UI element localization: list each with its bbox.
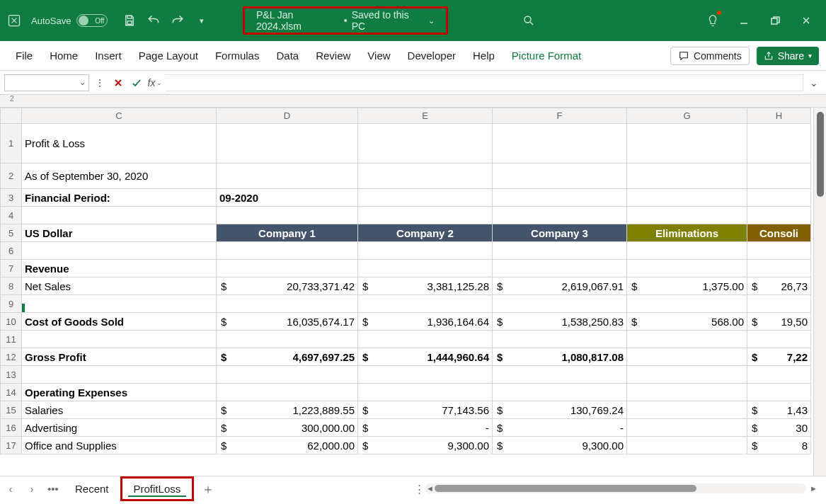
- formula-enter-icon[interactable]: [129, 75, 144, 91]
- row-header-11[interactable]: 11: [1, 331, 22, 348]
- filename-area[interactable]: P&L Jan 2024.xlsm • Saved to this PC ⌄: [243, 6, 448, 35]
- cell[interactable]: [493, 164, 627, 189]
- cell[interactable]: [627, 419, 747, 437]
- cell[interactable]: [358, 295, 493, 313]
- row-header-1[interactable]: 1: [1, 124, 22, 164]
- cell[interactable]: $1,223,889.55: [217, 401, 358, 419]
- cell[interactable]: $1,538,250.83: [493, 313, 627, 331]
- sheet-add-button[interactable]: ＋: [194, 481, 222, 498]
- cell[interactable]: [22, 366, 217, 384]
- cell[interactable]: [627, 260, 747, 277]
- cell[interactable]: [358, 242, 493, 260]
- cell-hdr-company3[interactable]: Company 3: [493, 224, 627, 242]
- spreadsheet-grid[interactable]: C D E F G H 1 Profit & Loss 2 As of Sept…: [0, 108, 813, 476]
- window-minimize-icon[interactable]: [728, 5, 759, 36]
- undo-icon[interactable]: [142, 8, 166, 33]
- formula-cancel-icon[interactable]: [110, 75, 126, 91]
- cell[interactable]: $19,50: [747, 313, 811, 331]
- cell[interactable]: $1,444,960.64: [358, 348, 493, 366]
- ribbon-tab-review[interactable]: Review: [307, 41, 359, 70]
- col-header-h[interactable]: H: [747, 108, 811, 124]
- hscroll-right-icon[interactable]: ►: [810, 484, 818, 493]
- cell-gross-profit-label[interactable]: Gross Profit: [22, 348, 217, 366]
- row-header-9[interactable]: 9: [1, 295, 22, 313]
- cell[interactable]: [493, 260, 627, 277]
- hscroll-left-icon[interactable]: ◄: [426, 484, 434, 493]
- cell[interactable]: $62,000.00: [217, 437, 358, 454]
- cell-salaries-label[interactable]: Salaries: [22, 401, 217, 419]
- cell[interactable]: [493, 331, 627, 348]
- cell-advertising-label[interactable]: Advertising: [22, 419, 217, 437]
- cell[interactable]: [217, 124, 358, 164]
- cell[interactable]: [747, 124, 811, 164]
- cell[interactable]: [217, 260, 358, 277]
- cell[interactable]: [358, 366, 493, 384]
- cell[interactable]: [747, 295, 811, 313]
- name-box[interactable]: ⌄: [4, 74, 89, 91]
- cell[interactable]: [493, 242, 627, 260]
- row-header-13[interactable]: 13: [1, 366, 22, 384]
- cell[interactable]: [358, 207, 493, 224]
- row-header-15[interactable]: 15: [1, 401, 22, 419]
- cell[interactable]: $-: [358, 419, 493, 437]
- cell-fin-period-value[interactable]: 09-2020: [217, 189, 358, 207]
- ribbon-tab-data[interactable]: Data: [268, 41, 307, 70]
- ribbon-tab-insert[interactable]: Insert: [86, 41, 130, 70]
- sheet-nav-prev-icon[interactable]: ‹: [0, 483, 21, 495]
- autosave-control[interactable]: AutoSave Off: [31, 14, 108, 27]
- cell-currency-label[interactable]: US Dollar: [22, 224, 217, 242]
- ribbon-tab-view[interactable]: View: [359, 41, 398, 70]
- sheet-tab-profitloss[interactable]: ProfitLoss: [120, 476, 195, 501]
- cell[interactable]: [358, 189, 493, 207]
- row-header-4[interactable]: 4: [1, 207, 22, 224]
- cell[interactable]: [747, 384, 811, 401]
- ribbon-tab-file[interactable]: File: [7, 41, 41, 70]
- cell[interactable]: [627, 384, 747, 401]
- cell[interactable]: [217, 242, 358, 260]
- row-header-12[interactable]: 12: [1, 348, 22, 366]
- cell[interactable]: $20,733,371.42: [217, 277, 358, 295]
- vertical-scrollbar[interactable]: [813, 108, 826, 476]
- cell[interactable]: [627, 295, 747, 313]
- formula-input[interactable]: [166, 74, 803, 91]
- sheet-nav-more-icon[interactable]: •••: [42, 483, 64, 495]
- cell[interactable]: [747, 331, 811, 348]
- row-header-10[interactable]: 10: [1, 313, 22, 331]
- cell[interactable]: [627, 164, 747, 189]
- redo-icon[interactable]: [166, 8, 190, 33]
- cell-hdr-eliminations[interactable]: Eliminations: [627, 224, 747, 242]
- ribbon-tab-help[interactable]: Help: [464, 41, 503, 70]
- formula-bar-more-icon[interactable]: ⋮: [92, 75, 108, 91]
- cell[interactable]: [22, 242, 217, 260]
- cell[interactable]: [627, 242, 747, 260]
- col-header-d[interactable]: D: [217, 108, 358, 124]
- sheet-nav-next-icon[interactable]: ›: [21, 483, 42, 495]
- cell[interactable]: [627, 401, 747, 419]
- cell[interactable]: $9,300.00: [358, 437, 493, 454]
- cell[interactable]: [747, 260, 811, 277]
- cell-subtitle[interactable]: As of September 30, 2020: [22, 164, 217, 189]
- namebox-chevron-icon[interactable]: ⌄: [79, 78, 86, 87]
- cell[interactable]: [627, 124, 747, 164]
- save-icon[interactable]: [117, 8, 142, 33]
- cell[interactable]: $568.00: [627, 313, 747, 331]
- cell[interactable]: $300,000.00: [217, 419, 358, 437]
- row-header-7[interactable]: 7: [1, 260, 22, 277]
- cell[interactable]: [358, 331, 493, 348]
- row-header-16[interactable]: 16: [1, 419, 22, 437]
- cell[interactable]: [627, 189, 747, 207]
- cell[interactable]: [627, 331, 747, 348]
- cell[interactable]: [22, 207, 217, 224]
- cell[interactable]: [217, 366, 358, 384]
- fx-icon[interactable]: fx ⌄: [147, 75, 163, 91]
- row-header-5[interactable]: 5: [1, 224, 22, 242]
- cell-hdr-company1[interactable]: Company 1: [217, 224, 358, 242]
- cell[interactable]: [217, 331, 358, 348]
- row-header-2[interactable]: 2: [1, 164, 22, 189]
- formula-expand-icon[interactable]: ⌄: [806, 77, 822, 88]
- cell[interactable]: [747, 207, 811, 224]
- cell[interactable]: [493, 384, 627, 401]
- cell[interactable]: $9,300.00: [493, 437, 627, 454]
- cell[interactable]: [358, 124, 493, 164]
- window-restore-icon[interactable]: [759, 5, 791, 36]
